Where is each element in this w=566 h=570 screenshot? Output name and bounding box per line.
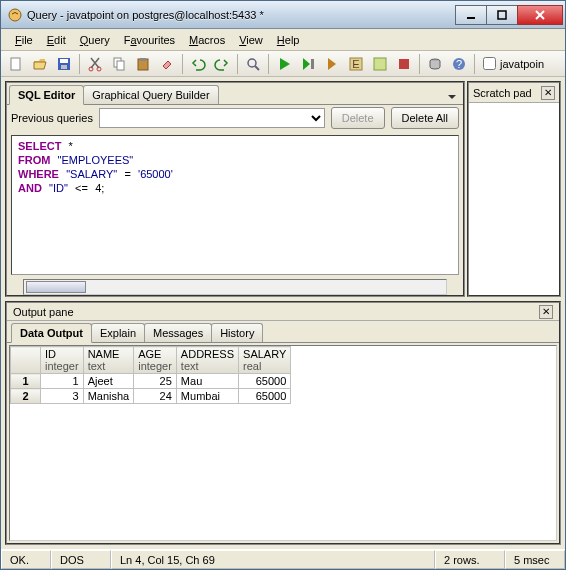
save-icon[interactable] [53, 53, 75, 75]
status-time: 5 msec [505, 550, 565, 569]
menu-favourites[interactable]: Favourites [118, 32, 181, 48]
app-window: Query - javatpoint on postgres@localhost… [0, 0, 566, 570]
menu-view[interactable]: View [233, 32, 269, 48]
statusbar: OK. DOS Ln 4, Col 15, Ch 69 2 rows. 5 ms… [1, 549, 565, 569]
execute-file-icon[interactable] [321, 53, 343, 75]
explain-icon[interactable]: E [345, 53, 367, 75]
execute-icon[interactable] [273, 53, 295, 75]
menu-macros[interactable]: Macros [183, 32, 231, 48]
col-salary[interactable]: SALARYreal [239, 347, 291, 374]
status-cursor: Ln 4, Col 15, Ch 69 [111, 550, 435, 569]
explain-analyze-icon[interactable] [369, 53, 391, 75]
svg-rect-2 [498, 11, 506, 19]
cut-icon[interactable] [84, 53, 106, 75]
redo-icon[interactable] [211, 53, 233, 75]
tab-data-output[interactable]: Data Output [11, 323, 92, 343]
menu-edit[interactable]: Edit [41, 32, 72, 48]
table-row[interactable]: 1 1 Ajeet 25 Mau 65000 [11, 374, 291, 389]
titlebar[interactable]: Query - javatpoint on postgres@localhost… [1, 1, 565, 29]
delete-all-button[interactable]: Delete All [391, 107, 459, 129]
svg-rect-7 [60, 59, 68, 63]
menu-help[interactable]: Help [271, 32, 306, 48]
col-name[interactable]: NAMEtext [83, 347, 134, 374]
clear-icon[interactable] [156, 53, 178, 75]
tab-dropdown-icon[interactable] [445, 90, 459, 104]
grid-corner [11, 347, 41, 374]
tab-history[interactable]: History [211, 323, 263, 342]
scratch-close-icon[interactable]: ✕ [541, 86, 555, 100]
maximize-button[interactable] [486, 5, 518, 25]
open-icon[interactable] [29, 53, 51, 75]
help-icon[interactable]: ? [448, 53, 470, 75]
col-age[interactable]: AGEinteger [134, 347, 177, 374]
svg-rect-20 [374, 58, 386, 70]
svg-rect-17 [311, 59, 314, 69]
col-id[interactable]: IDinteger [41, 347, 84, 374]
connection-icon[interactable] [424, 53, 446, 75]
output-tabs: Data Output Explain Messages History [7, 321, 559, 343]
svg-rect-8 [61, 65, 67, 69]
svg-text:?: ? [456, 58, 462, 70]
find-icon[interactable] [242, 53, 264, 75]
minimize-button[interactable] [455, 5, 487, 25]
menu-query[interactable]: Query [74, 32, 116, 48]
svg-rect-14 [140, 58, 146, 61]
tab-explain[interactable]: Explain [91, 323, 145, 342]
sql-editor[interactable]: SELECT * FROM "EMPLOYEES" WHERE "SALARY"… [11, 135, 459, 275]
tab-graphical-query-builder[interactable]: Graphical Query Builder [83, 85, 218, 104]
editor-horizontal-scrollbar[interactable] [7, 279, 463, 295]
svg-rect-12 [117, 61, 124, 70]
new-icon[interactable] [5, 53, 27, 75]
tab-checkbox[interactable] [483, 57, 496, 70]
cancel-query-icon[interactable] [393, 53, 415, 75]
svg-rect-5 [11, 58, 20, 70]
svg-rect-21 [399, 59, 409, 69]
data-output-grid[interactable]: IDinteger NAMEtext AGEinteger ADDRESStex… [9, 345, 557, 541]
tab-label: javatpoin [500, 58, 544, 70]
output-pane-title: Output pane [13, 306, 74, 318]
output-close-icon[interactable]: ✕ [539, 305, 553, 319]
status-mode: DOS [51, 550, 111, 569]
menubar: File Edit Query Favourites Macros View H… [1, 29, 565, 51]
status-rows: 2 rows. [435, 550, 505, 569]
scratch-pad-panel: Scratch pad ✕ [467, 81, 561, 297]
previous-queries-dropdown[interactable] [99, 108, 325, 128]
execute-pgscript-icon[interactable] [297, 53, 319, 75]
svg-text:E: E [352, 58, 359, 70]
scratch-pad-title: Scratch pad [473, 87, 532, 99]
app-icon [7, 7, 23, 23]
editor-tabs: SQL Editor Graphical Query Builder [7, 83, 463, 105]
tab-sql-editor[interactable]: SQL Editor [9, 85, 84, 105]
previous-queries-label: Previous queries [11, 112, 93, 124]
table-row[interactable]: 2 3 Manisha 24 Mumbai 65000 [11, 389, 291, 404]
undo-icon[interactable] [187, 53, 209, 75]
col-address[interactable]: ADDRESStext [176, 347, 238, 374]
copy-icon[interactable] [108, 53, 130, 75]
scratch-pad-area[interactable] [469, 103, 559, 295]
svg-point-0 [9, 9, 21, 21]
window-title: Query - javatpoint on postgres@localhost… [27, 9, 456, 21]
svg-line-16 [255, 66, 259, 70]
tab-messages[interactable]: Messages [144, 323, 212, 342]
delete-button[interactable]: Delete [331, 107, 385, 129]
paste-icon[interactable] [132, 53, 154, 75]
status-ok: OK. [1, 550, 51, 569]
menu-file[interactable]: File [9, 32, 39, 48]
toolbar: E ? javatpoin [1, 51, 565, 77]
close-button[interactable] [517, 5, 563, 25]
svg-point-15 [248, 59, 256, 67]
